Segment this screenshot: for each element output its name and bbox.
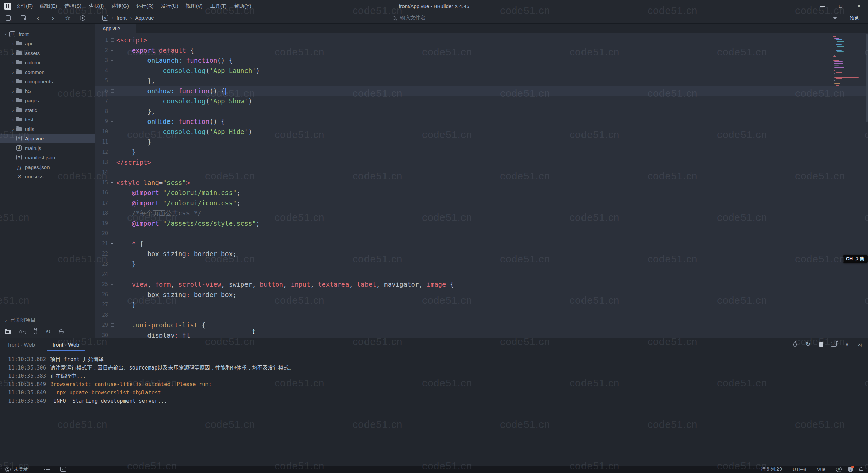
code-line-13[interactable]: 13</script>	[95, 157, 868, 167]
restart-icon[interactable]: ↻	[805, 342, 811, 347]
project-explorer-icon[interactable]	[5, 330, 11, 334]
fold-marker-icon[interactable]	[111, 38, 114, 42]
tree-item-assets[interactable]: ›assets	[0, 48, 95, 58]
closed-projects-row[interactable]: › 已关闭项目	[0, 315, 95, 325]
forward-button[interactable]: ›	[50, 15, 56, 21]
code-line-7[interactable]: 7 console.log('App Show')	[95, 96, 868, 106]
tree-item-h5[interactable]: ›h5	[0, 86, 95, 96]
tree-item-main.js[interactable]: Jmain.js	[0, 143, 95, 153]
tree-item-manifest.json[interactable]: ⚙manifest.json	[0, 153, 95, 162]
task-list-icon[interactable]	[44, 467, 50, 471]
menu-item[interactable]: 帮助(Y)	[234, 3, 251, 10]
code-line-16[interactable]: 16 @import "/colorui/main.css";	[95, 188, 868, 198]
code-line-24[interactable]: 24	[95, 269, 868, 279]
menu-item[interactable]: 选择(S)	[64, 3, 81, 10]
tree-item-utils[interactable]: ›utils	[0, 124, 95, 134]
bell-icon[interactable]	[859, 467, 863, 471]
tree-item-api[interactable]: ›api	[0, 39, 95, 48]
menu-item[interactable]: 运行(R)	[136, 3, 154, 10]
filetype[interactable]: Vue	[817, 467, 825, 472]
minimize-button[interactable]: —	[813, 0, 831, 12]
search-binoculars-icon[interactable]	[19, 330, 22, 333]
tree-item-pages[interactable]: ›pages	[0, 96, 95, 105]
console-tab[interactable]: front - Web	[53, 339, 79, 351]
code-line-5[interactable]: 5 },	[95, 76, 868, 86]
login-status[interactable]: 未登录	[14, 466, 28, 472]
clear-log-icon[interactable]: ×↓	[857, 342, 863, 347]
code-line-25[interactable]: 25 view, form, scroll-view, swiper, butt…	[95, 279, 868, 289]
code-line-14[interactable]: 14	[95, 167, 868, 177]
tree-item-components[interactable]: ›components	[0, 77, 95, 86]
code-line-3[interactable]: 3 onLaunch: function() {	[95, 55, 868, 65]
code-line-19[interactable]: 19 @import "/assets/css/style.scss";	[95, 218, 868, 228]
fold-marker-icon[interactable]	[111, 59, 114, 62]
code-line-30[interactable]: 30 display: fl	[95, 330, 868, 338]
fold-marker-icon[interactable]	[111, 323, 114, 327]
menu-item[interactable]: 发行(U)	[161, 3, 178, 10]
menu-item[interactable]: 视图(V)	[186, 3, 203, 10]
code-line-26[interactable]: 26 box-sizing: border-box;	[95, 289, 868, 300]
tree-item-test[interactable]: ›test	[0, 115, 95, 124]
tree-item-App.vue[interactable]: VApp.vue	[0, 134, 95, 143]
tree-item-front[interactable]: ›ufront	[0, 29, 95, 39]
bug-icon[interactable]	[792, 342, 798, 347]
stop-icon[interactable]	[818, 342, 824, 347]
code-line-21[interactable]: 21 * {	[95, 239, 868, 249]
terminal-icon[interactable]	[831, 342, 837, 347]
breadcrumb-project[interactable]: front	[117, 15, 127, 21]
breadcrumb-file[interactable]: App.vue	[135, 15, 154, 21]
tree-item-uni.scss[interactable]: Suni.scss	[0, 172, 95, 181]
code-line-29[interactable]: 29 .uni-product-list {	[95, 320, 868, 330]
code-line-23[interactable]: 23 }	[95, 259, 868, 269]
fold-marker-icon[interactable]	[111, 120, 114, 123]
code-line-15[interactable]: 15<style lang="scss">	[95, 177, 868, 188]
code-line-2[interactable]: 2 export default {	[95, 45, 868, 55]
code-line-12[interactable]: 12 }	[95, 147, 868, 157]
preview-button[interactable]: 预览	[846, 14, 863, 22]
code-line-28[interactable]: 28	[95, 310, 868, 320]
code-line-9[interactable]: 9 onHide: function() {	[95, 116, 868, 127]
menu-item[interactable]: 工具(T)	[210, 3, 227, 10]
code-line-17[interactable]: 17 @import "/colorui/icon.css";	[95, 198, 868, 208]
tree-item-common[interactable]: ›common	[0, 67, 95, 77]
file-search-input[interactable]: 输入文件名	[393, 12, 426, 23]
save-button[interactable]	[20, 15, 26, 21]
cursor-position[interactable]: 行:6 列:29	[761, 466, 782, 472]
collapse-panel-icon[interactable]: ∧	[844, 342, 850, 347]
maximize-button[interactable]: □	[831, 0, 850, 12]
code-line-4[interactable]: 4 console.log('App Launch')	[95, 65, 868, 76]
terminal-icon[interactable]	[60, 467, 66, 472]
favorite-button[interactable]: ☆	[65, 15, 71, 21]
console-tab[interactable]: front - Web	[8, 339, 35, 351]
code-line-6[interactable]: 6 onShow: function() {	[95, 86, 868, 96]
tree-item-static[interactable]: ›static	[0, 105, 95, 115]
filter-icon[interactable]	[833, 17, 837, 19]
menu-item[interactable]: 查找(I)	[89, 3, 104, 10]
uniapp-icon[interactable]: u	[836, 467, 842, 472]
fold-marker-icon[interactable]	[111, 181, 114, 184]
fold-marker-icon[interactable]	[111, 242, 114, 245]
fold-marker-icon[interactable]	[111, 49, 114, 52]
tree-item-pages.json[interactable]: [ ]pages.json	[0, 162, 95, 172]
menu-item[interactable]: 编辑(E)	[40, 3, 57, 10]
code-line-20[interactable]: 20	[95, 228, 868, 239]
update-icon[interactable]: ↓	[848, 467, 853, 472]
close-button[interactable]: ×	[850, 0, 868, 12]
minimap[interactable]	[833, 36, 863, 87]
tree-item-colorui[interactable]: ›colorui	[0, 58, 95, 67]
code-line-1[interactable]: 1<script>	[95, 35, 868, 45]
encoding[interactable]: UTF-8	[793, 467, 806, 472]
code-area[interactable]: 1<script>2 export default {3 onLaunch: f…	[95, 33, 868, 338]
run-button[interactable]	[80, 15, 85, 21]
code-line-18[interactable]: 18 /*每个页面公共css */	[95, 208, 868, 218]
code-line-27[interactable]: 27 }	[95, 300, 868, 310]
code-line-22[interactable]: 22 box-sizing: border-box;	[95, 249, 868, 259]
new-file-button[interactable]	[5, 15, 11, 21]
code-line-10[interactable]: 10 console.log('App Hide')	[95, 127, 868, 137]
editor-tab-appvue[interactable]: App.vue	[95, 24, 136, 33]
fold-marker-icon[interactable]	[111, 89, 114, 93]
user-icon[interactable]	[5, 467, 11, 472]
editor-scrollbar[interactable]	[866, 34, 868, 122]
menu-item[interactable]: 文件(F)	[16, 3, 33, 10]
sync-icon[interactable]: ↻	[46, 329, 50, 334]
